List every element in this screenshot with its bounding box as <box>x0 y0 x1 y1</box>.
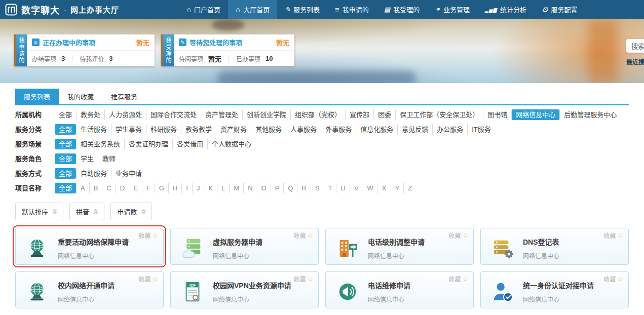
filter-option[interactable]: 组织部（党校） <box>290 109 345 120</box>
filter-option[interactable]: W <box>363 183 377 193</box>
nav-item[interactable]: 我受理的 <box>376 0 427 19</box>
filter-option[interactable]: 信息化服务 <box>356 124 397 135</box>
filter-option[interactable]: Q <box>283 183 297 193</box>
search-input[interactable]: 搜索 <box>626 39 644 53</box>
filter-option[interactable]: R <box>297 183 310 193</box>
filter-option[interactable]: 全部 <box>55 109 76 120</box>
filter-option[interactable]: 图书馆 <box>483 109 511 120</box>
nav-item[interactable]: 我申请的 <box>327 0 376 19</box>
filter-option[interactable]: 相关业务系统 <box>76 139 124 149</box>
tab-service-list[interactable]: 服务列表 <box>15 89 59 104</box>
service-card[interactable]: 收藏 电话维修申请 网络信息中心 <box>325 271 474 308</box>
filter-option[interactable]: T <box>324 183 336 193</box>
filter-option[interactable]: 其他服务 <box>251 124 286 135</box>
filter-option[interactable]: IT服务 <box>467 124 495 135</box>
filter-option[interactable]: C <box>102 183 115 193</box>
filter-option[interactable]: 创新创业学院 <box>242 109 290 120</box>
favorite-button[interactable]: 收藏 <box>293 231 314 240</box>
filter-option-selected[interactable]: 全部 <box>55 139 76 149</box>
filter-option[interactable]: K <box>204 183 217 193</box>
filter-option[interactable]: 人力资源处 <box>104 109 146 120</box>
stat-awaiting-my-review[interactable]: 待我评价 3 <box>80 54 112 63</box>
favorite-button[interactable]: 收藏 <box>138 274 159 283</box>
filter-option[interactable]: F <box>142 183 155 193</box>
filter-option[interactable]: 意见反馈 <box>397 124 432 135</box>
filter-option[interactable]: 学生事务 <box>111 124 146 135</box>
filter-option[interactable]: 自助服务 <box>76 168 111 179</box>
filter-option[interactable]: 科研服务 <box>146 124 181 135</box>
filter-option[interactable]: N <box>243 183 256 193</box>
sort-pinyin-button[interactable]: 拼音 <box>69 203 104 220</box>
nav-item[interactable]: 业务管理 <box>427 0 477 19</box>
sort-default-button[interactable]: 默认排序 <box>15 203 63 220</box>
service-card[interactable]: 收藏 电话级别调整申请 网络信息中心 <box>325 228 474 265</box>
filter-option[interactable]: M <box>229 183 243 193</box>
nav-item[interactable]: 服务列表 <box>277 0 327 19</box>
filter-option[interactable]: 教务教学 <box>181 124 216 135</box>
my-accepted-tab[interactable]: 我受理的 <box>161 34 174 66</box>
filter-option[interactable]: 团委 <box>373 109 395 120</box>
service-card[interactable]: 收藏 校园网VPN业务资源申请 网络信息中心 <box>170 271 319 308</box>
nav-item[interactable]: 门户首页 <box>179 0 228 19</box>
favorite-button[interactable]: 收藏 <box>138 231 159 240</box>
nav-item[interactable]: 服务配置 <box>534 0 585 19</box>
filter-option[interactable]: O <box>257 183 271 193</box>
favorite-button[interactable]: 收藏 <box>293 274 314 283</box>
tab-my-favorites[interactable]: 我的收藏 <box>59 89 102 104</box>
filter-option[interactable]: 业务申请 <box>111 168 146 179</box>
filter-option[interactable]: U <box>336 183 349 193</box>
tab-recommended[interactable]: 推荐服务 <box>102 89 146 104</box>
filter-option[interactable]: 教务处 <box>76 109 104 120</box>
filter-option-selected[interactable]: 全部 <box>55 183 76 193</box>
filter-option[interactable]: P <box>271 183 284 193</box>
stat-finished-items[interactable]: 办结事项 3 <box>32 54 65 63</box>
filter-option[interactable]: A <box>76 183 89 193</box>
filter-option-selected[interactable]: 全部 <box>55 153 76 164</box>
service-card[interactable]: 收藏 DNS登记表 网络信息中心 <box>480 228 629 265</box>
stat-handled-items[interactable]: 已办事项 10 <box>236 54 273 63</box>
nav-item[interactable]: 统计分析 <box>477 0 534 19</box>
filter-option-selected[interactable]: 网络信息中心 <box>511 109 559 120</box>
filter-option[interactable]: Z <box>403 183 416 193</box>
my-applications-tab[interactable]: 我申请的 <box>14 34 27 66</box>
filter-option[interactable]: 国际合作交流处 <box>146 109 201 120</box>
filter-option[interactable]: B <box>89 183 102 193</box>
service-card[interactable]: 收藏 重要活动网络保障申请 网络信息中心 <box>15 228 164 265</box>
filter-option[interactable]: 外事服务 <box>321 124 356 135</box>
filter-option[interactable]: H <box>168 183 181 193</box>
favorite-button[interactable]: 收藏 <box>603 231 624 240</box>
service-card[interactable]: 收藏 统一身份认证对接申请 网络信息中心 <box>480 271 629 308</box>
filter-option[interactable]: X <box>377 183 391 193</box>
service-card[interactable]: 收藏 虚拟服务器申请 网络信息中心 <box>170 228 319 265</box>
filter-option[interactable]: E <box>129 183 142 193</box>
stat-unread-items[interactable]: 待阅事项 暂无 <box>179 54 221 63</box>
filter-option[interactable]: 人事服务 <box>286 124 321 135</box>
filter-option[interactable]: 后勤管理服务中心 <box>559 109 621 120</box>
filter-option-selected[interactable]: 全部 <box>55 168 76 179</box>
filter-option-selected[interactable]: 全部 <box>55 124 76 135</box>
filter-option[interactable]: 各类证明办理 <box>124 139 172 149</box>
filter-option[interactable]: 宣传部 <box>345 109 373 120</box>
awaiting-your-action-row[interactable]: 等待您处理的事项 暂无 <box>174 34 294 50</box>
filter-option[interactable]: 生活服务 <box>76 124 111 135</box>
filter-option[interactable]: 办公服务 <box>432 124 467 135</box>
in-progress-items-row[interactable]: 正在办理中的事项 暂无 <box>27 34 155 50</box>
filter-option[interactable]: G <box>155 183 168 193</box>
filter-option[interactable]: L <box>217 183 229 193</box>
filter-option[interactable]: I <box>181 183 192 193</box>
service-card[interactable]: 收藏 校内网络开通申请 网络信息中心 <box>15 271 164 308</box>
filter-option[interactable]: D <box>116 183 129 193</box>
favorite-button[interactable]: 收藏 <box>603 274 624 283</box>
nav-item[interactable]: 大厅首页 <box>228 0 277 19</box>
filter-option[interactable]: 资产财务 <box>216 124 251 135</box>
filter-option[interactable]: 学生 <box>76 153 98 164</box>
filter-option[interactable]: Y <box>391 183 404 193</box>
filter-option[interactable]: S <box>311 183 324 193</box>
filter-option[interactable]: 保卫工作部（安全保卫处） <box>395 109 483 120</box>
filter-option[interactable]: 资产管理处 <box>201 109 242 120</box>
favorite-button[interactable]: 收藏 <box>448 274 469 283</box>
filter-option[interactable]: J <box>192 183 204 193</box>
brand[interactable]: 数字聊大 · 网上办事大厅 <box>0 3 119 16</box>
filter-option[interactable]: 教师 <box>98 153 120 164</box>
filter-option[interactable]: 各类借用 <box>172 139 207 149</box>
